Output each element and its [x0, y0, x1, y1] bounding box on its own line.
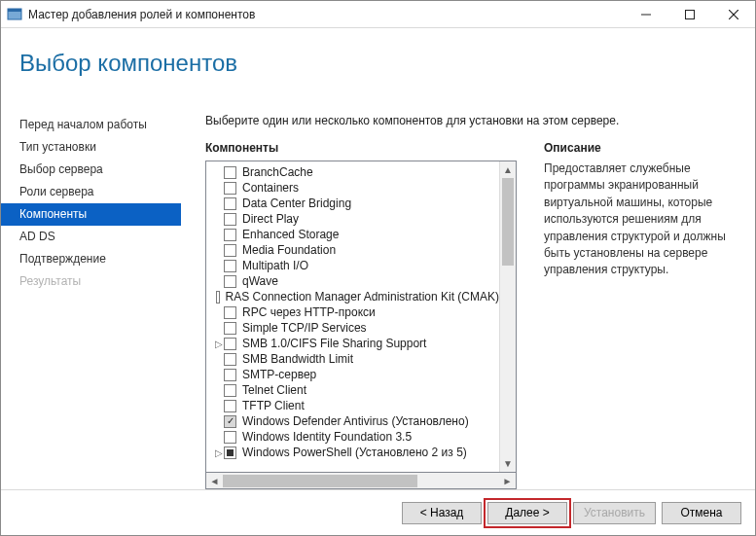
body: Перед началом работыТип установкиВыбор с…: [1, 102, 755, 489]
feature-row[interactable]: Direct Play: [206, 211, 499, 227]
sidebar-item-1[interactable]: Тип установки: [1, 136, 181, 159]
feature-label: qWave: [242, 274, 278, 288]
feature-label: Media Foundation: [242, 243, 336, 257]
intro-text: Выберите один или несколько компонентов …: [205, 114, 734, 127]
feature-checkbox[interactable]: [224, 229, 236, 241]
feature-checkbox[interactable]: [224, 166, 236, 179]
close-button[interactable]: [711, 1, 755, 28]
minimize-button[interactable]: [624, 1, 667, 28]
feature-row[interactable]: qWave: [206, 273, 499, 289]
scroll-down-arrow-icon[interactable]: ▼: [500, 455, 516, 472]
feature-row[interactable]: Windows Identity Foundation 3.5: [206, 429, 499, 445]
feature-row[interactable]: TFTP Client: [206, 398, 499, 413]
titlebar: Мастер добавления ролей и компонентов: [1, 1, 755, 28]
sidebar: Перед началом работыТип установкиВыбор с…: [1, 102, 181, 489]
feature-checkbox[interactable]: [224, 384, 236, 397]
feature-label: Direct Play: [242, 212, 299, 226]
feature-checkbox[interactable]: [224, 213, 236, 226]
vertical-scrollbar[interactable]: ▲ ▼: [499, 161, 516, 472]
hscroll-thumb[interactable]: [223, 475, 417, 487]
wizard-window: Мастер добавления ролей и компонентов Вы…: [0, 0, 756, 536]
page-title: Выбор компонентов: [19, 50, 755, 77]
next-button[interactable]: Далее >: [487, 502, 567, 524]
sidebar-item-3[interactable]: Роли сервера: [1, 181, 181, 203]
feature-row[interactable]: Data Center Bridging: [206, 196, 499, 211]
features-list: BranchCacheContainersData Center Bridgin…: [206, 161, 499, 472]
feature-label: Containers: [242, 181, 299, 195]
feature-checkbox[interactable]: [224, 431, 236, 444]
footer: < Назад Далее > Установить Отмена: [1, 489, 755, 535]
sidebar-item-4[interactable]: Компоненты: [1, 203, 181, 226]
feature-label: SMTP-сервер: [242, 368, 316, 381]
feature-checkbox[interactable]: [216, 291, 220, 304]
feature-checkbox[interactable]: [224, 197, 236, 210]
features-heading: Компоненты: [205, 141, 517, 155]
feature-row[interactable]: Telnet Client: [206, 382, 499, 398]
feature-row[interactable]: Containers: [206, 180, 499, 196]
features-listbox[interactable]: BranchCacheContainersData Center Bridgin…: [205, 161, 517, 473]
feature-checkbox[interactable]: [224, 182, 236, 195]
feature-checkbox[interactable]: [224, 353, 236, 366]
feature-checkbox[interactable]: [224, 244, 236, 257]
sidebar-item-5[interactable]: AD DS: [1, 226, 181, 248]
features-column: Компоненты BranchCacheContainersData Cen…: [205, 141, 517, 489]
expander-icon[interactable]: ▷: [214, 447, 224, 458]
feature-label: TFTP Client: [242, 399, 305, 412]
feature-row[interactable]: BranchCache: [206, 164, 499, 180]
feature-checkbox[interactable]: [224, 322, 236, 335]
scroll-right-arrow-icon[interactable]: ►: [499, 476, 516, 486]
maximize-button[interactable]: [667, 1, 711, 28]
description-heading: Описание: [544, 141, 734, 155]
window-title: Мастер добавления ролей и компонентов: [28, 8, 624, 21]
feature-label: Simple TCP/IP Services: [242, 321, 367, 335]
feature-label: Enhanced Storage: [242, 228, 339, 241]
columns: Компоненты BranchCacheContainersData Cen…: [205, 141, 734, 489]
sidebar-item-2[interactable]: Выбор сервера: [1, 159, 181, 181]
feature-checkbox[interactable]: [224, 306, 236, 319]
description-text: Предоставляет служебные программы экрани…: [544, 161, 734, 279]
feature-row[interactable]: ✓Windows Defender Antivirus (Установлено…: [206, 413, 499, 429]
install-button[interactable]: Установить: [573, 502, 656, 524]
feature-label: SMB Bandwidth Limit: [242, 352, 353, 366]
scroll-up-arrow-icon[interactable]: ▲: [500, 161, 516, 178]
header-area: Выбор компонентов: [1, 28, 755, 102]
feature-row[interactable]: RAS Connection Manager Administration Ki…: [206, 289, 499, 304]
feature-checkbox[interactable]: [224, 260, 236, 272]
feature-label: BranchCache: [242, 165, 313, 179]
hscroll-track[interactable]: [223, 475, 499, 487]
feature-label: Telnet Client: [242, 383, 306, 397]
window-controls: [624, 1, 755, 28]
sidebar-item-7: Результаты: [1, 270, 181, 293]
content: Выберите один или несколько компонентов …: [181, 102, 755, 489]
feature-label: Windows Defender Antivirus (Установлено): [242, 414, 469, 428]
feature-row[interactable]: Media Foundation: [206, 242, 499, 258]
feature-label: RAS Connection Manager Administration Ki…: [226, 290, 499, 304]
feature-row[interactable]: ▷Windows PowerShell (Установлено 2 из 5): [206, 445, 499, 460]
feature-row[interactable]: RPC через HTTP-прокси: [206, 304, 499, 320]
feature-row[interactable]: Multipath I/O: [206, 258, 499, 273]
feature-row[interactable]: SMB Bandwidth Limit: [206, 351, 499, 367]
scroll-left-arrow-icon[interactable]: ◄: [206, 476, 223, 486]
feature-checkbox[interactable]: [224, 400, 236, 412]
sidebar-item-0[interactable]: Перед началом работы: [1, 114, 181, 136]
svg-rect-1: [8, 9, 21, 12]
feature-checkbox[interactable]: [224, 338, 236, 350]
description-column: Описание Предоставляет служебные програм…: [544, 141, 734, 489]
feature-label: Data Center Bridging: [242, 197, 351, 210]
feature-checkbox[interactable]: [224, 447, 236, 459]
feature-row[interactable]: ▷SMB 1.0/CIFS File Sharing Support: [206, 336, 499, 351]
scroll-thumb[interactable]: [502, 178, 514, 266]
feature-row[interactable]: Simple TCP/IP Services: [206, 320, 499, 336]
sidebar-item-6[interactable]: Подтверждение: [1, 248, 181, 270]
app-icon: [7, 7, 22, 22]
feature-row[interactable]: SMTP-сервер: [206, 367, 499, 382]
cancel-button[interactable]: Отмена: [662, 502, 741, 524]
feature-checkbox[interactable]: [224, 369, 236, 381]
feature-checkbox[interactable]: ✓: [224, 415, 236, 428]
expander-icon[interactable]: ▷: [214, 339, 224, 349]
feature-label: Multipath I/O: [242, 259, 308, 272]
feature-checkbox[interactable]: [224, 275, 236, 288]
feature-row[interactable]: Enhanced Storage: [206, 227, 499, 242]
back-button[interactable]: < Назад: [402, 502, 482, 524]
horizontal-scrollbar[interactable]: ◄ ►: [205, 473, 517, 489]
